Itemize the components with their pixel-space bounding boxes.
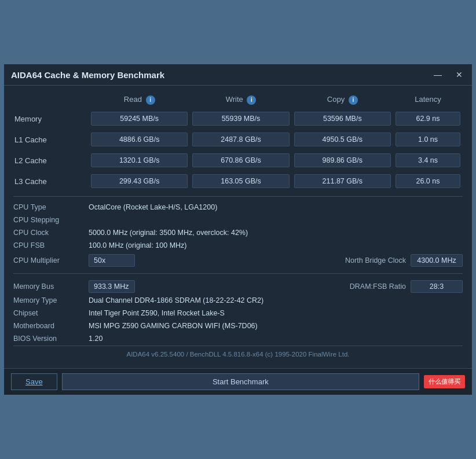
main-window: AIDA64 Cache & Memory Benchmark — ✕ Read…: [3, 64, 473, 395]
dram-fsb-label: DRAM:FSB Ratio: [350, 282, 406, 291]
logo-line1: 值得买: [441, 378, 460, 385]
divider-2: [13, 273, 463, 274]
logo: 什么值得买: [424, 375, 465, 388]
system-info-label: BIOS Version: [13, 335, 89, 343]
bench-rows: Memory 59245 MB/s 55939 MB/s 53596 MB/s …: [13, 108, 463, 192]
bench-col-empty: [13, 95, 89, 105]
dram-fsb-value: 28:3: [411, 280, 463, 293]
system-info-row: Memory Type Dual Channel DDR4-1866 SDRAM…: [13, 295, 463, 307]
window-title: AIDA64 Cache & Memory Benchmark: [11, 70, 164, 80]
cpu-info-label: CPU Stepping: [13, 216, 89, 224]
read-info-icon[interactable]: i: [146, 96, 155, 105]
cpu-info-row: CPU Type OctalCore (Rocket Lake-H/S, LGA…: [13, 201, 463, 214]
bench-latency-value: 26.0 ns: [396, 174, 460, 188]
main-content: Read i Write i Copy i Latency Memory 592…: [4, 86, 472, 368]
system-info-label: Motherboard: [13, 322, 89, 330]
bench-write-value: 670.86 GB/s: [192, 153, 289, 167]
cpu-info-label: CPU Type: [13, 203, 89, 211]
bench-row-label: L1 Cache: [13, 135, 89, 144]
divider-1: [13, 196, 463, 197]
write-info-icon[interactable]: i: [247, 96, 256, 105]
memory-bus-left: Memory Bus 933.3 MHz: [13, 280, 350, 293]
memory-bus-value: 933.3 MHz: [89, 280, 135, 293]
bench-col-copy: Copy i: [292, 95, 393, 105]
memory-bus-label: Memory Bus: [13, 282, 89, 291]
bench-col-write: Write i: [190, 95, 291, 105]
bench-row-label: Memory: [13, 115, 89, 123]
cpu-info-label: CPU Clock: [13, 229, 89, 237]
close-button[interactable]: ✕: [453, 69, 465, 80]
bench-row: L2 Cache 1320.1 GB/s 670.86 GB/s 989.86 …: [13, 150, 463, 171]
save-button[interactable]: Save: [11, 373, 57, 390]
footer-text: AIDA64 v6.25.5400 / BenchDLL 4.5.816.8-x…: [13, 346, 463, 361]
system-info-row: Motherboard MSI MPG Z590 GAMING CARBON W…: [13, 320, 463, 333]
system-info-label: Chipset: [13, 309, 89, 317]
cpu-info-row: CPU FSB 100.0 MHz (original: 100 MHz): [13, 240, 463, 252]
cpu-info-value: OctalCore (Rocket Lake-H/S, LGA1200): [89, 203, 463, 211]
window-controls: — ✕: [431, 69, 465, 80]
bottom-bar: Save Start Benchmark 什么值得买: [4, 368, 472, 395]
system-info-value: 1.20: [89, 335, 463, 343]
north-bridge-right: North Bridge Clock 4300.0 MHz: [345, 254, 463, 267]
bench-latency-value: 3.4 ns: [396, 153, 460, 167]
cpu-info-row: CPU Clock 5000.0 MHz (original: 3500 MHz…: [13, 227, 463, 240]
bench-read-value: 4886.6 GB/s: [91, 133, 188, 146]
bench-latency-value: 1.0 ns: [396, 133, 460, 146]
bench-row-label: L2 Cache: [13, 156, 89, 165]
memory-bus-row: Memory Bus 933.3 MHz DRAM:FSB Ratio 28:3: [13, 278, 463, 295]
cpu-multiplier-left: CPU Multiplier 50x: [13, 254, 345, 267]
benchmark-button[interactable]: Start Benchmark: [62, 373, 419, 390]
bench-write-value: 55939 MB/s: [192, 112, 289, 126]
bench-read-value: 299.43 GB/s: [91, 174, 188, 188]
cpu-multiplier-label: CPU Multiplier: [13, 256, 89, 265]
cpu-info-section: CPU Type OctalCore (Rocket Lake-H/S, LGA…: [13, 201, 463, 346]
copy-info-icon[interactable]: i: [349, 96, 358, 105]
bench-read-value: 1320.1 GB/s: [91, 153, 188, 167]
cpu-info-value: 100.0 MHz (original: 100 MHz): [89, 241, 463, 249]
bench-copy-value: 211.87 GB/s: [294, 174, 391, 188]
system-info-label: Memory Type: [13, 296, 89, 304]
system-info-row: BIOS Version 1.20: [13, 333, 463, 346]
memory-bus-section: Memory Bus 933.3 MHz DRAM:FSB Ratio 28:3: [13, 278, 463, 295]
bench-latency-value: 62.9 ns: [396, 112, 460, 126]
system-info-value: Intel Tiger Point Z590, Intel Rocket Lak…: [89, 309, 463, 317]
system-info-value: MSI MPG Z590 GAMING CARBON WIFI (MS-7D06…: [89, 322, 463, 330]
system-info-value: Dual Channel DDR4-1866 SDRAM (18-22-22-4…: [89, 296, 463, 304]
bench-row: L3 Cache 299.43 GB/s 163.05 GB/s 211.87 …: [13, 171, 463, 192]
bench-row: L1 Cache 4886.6 GB/s 2487.8 GB/s 4950.5 …: [13, 129, 463, 150]
cpu-multiplier-row: CPU Multiplier 50x North Bridge Clock 43…: [13, 252, 463, 269]
cpu-info-row: CPU Stepping: [13, 214, 463, 227]
bench-copy-value: 53596 MB/s: [294, 112, 391, 126]
cpu-info-label: CPU FSB: [13, 241, 89, 249]
logo-prefix: 什么: [429, 378, 441, 385]
system-info-rows: Memory Type Dual Channel DDR4-1866 SDRAM…: [13, 295, 463, 346]
cpu-info-rows: CPU Type OctalCore (Rocket Lake-H/S, LGA…: [13, 201, 463, 252]
system-info-row: Chipset Intel Tiger Point Z590, Intel Ro…: [13, 307, 463, 320]
nb-label: North Bridge Clock: [345, 256, 406, 265]
nb-value: 4300.0 MHz: [411, 254, 463, 267]
bench-read-value: 59245 MB/s: [91, 112, 188, 126]
minimize-button[interactable]: —: [431, 69, 444, 80]
cpu-info-value: 5000.0 MHz (original: 3500 MHz, overcloc…: [89, 229, 463, 237]
bench-copy-value: 989.86 GB/s: [294, 153, 391, 167]
bench-copy-value: 4950.5 GB/s: [294, 133, 391, 146]
cpu-multiplier-value: 50x: [89, 254, 135, 267]
bench-col-latency: Latency: [393, 95, 463, 105]
titlebar: AIDA64 Cache & Memory Benchmark — ✕: [4, 64, 472, 86]
bench-write-value: 163.05 GB/s: [192, 174, 289, 188]
dram-fsb-right: DRAM:FSB Ratio 28:3: [350, 280, 463, 293]
bench-write-value: 2487.8 GB/s: [192, 133, 289, 146]
bench-col-read: Read i: [89, 95, 190, 105]
bench-header-row: Read i Write i Copy i Latency: [13, 93, 463, 108]
bench-row: Memory 59245 MB/s 55939 MB/s 53596 MB/s …: [13, 108, 463, 129]
bench-row-label: L3 Cache: [13, 177, 89, 186]
